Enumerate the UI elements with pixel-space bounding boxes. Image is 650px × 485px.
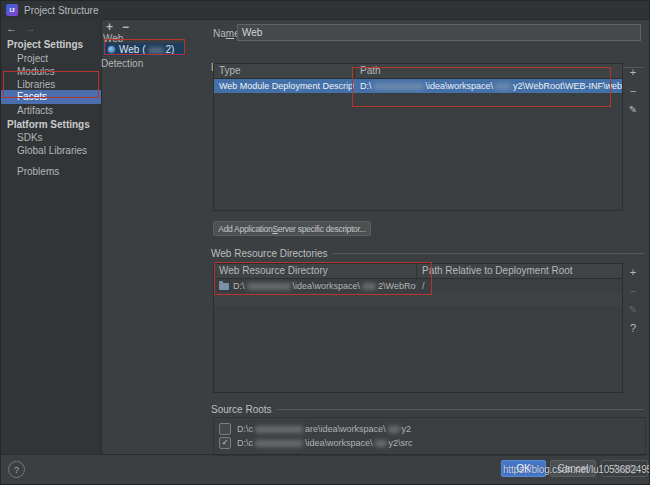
sidebar-item-artifacts[interactable]: Artifacts — [1, 104, 101, 118]
sidebar-item-problems[interactable]: Problems — [1, 165, 101, 179]
web-resource-table: Web Resource Directory Path Relative to … — [213, 263, 623, 393]
title-bar: IJ Project Structure — [1, 1, 649, 20]
path-text: y2\src — [389, 438, 413, 448]
redacted-text — [375, 440, 387, 447]
forward-arrow-icon: → — [25, 22, 36, 34]
facet-editor-panel: Name: Deployment Descriptors Type Path W… — [198, 19, 649, 455]
source-root-row[interactable]: D:\care\idea\workspace\y2 — [219, 423, 411, 435]
redacted-text — [255, 440, 303, 447]
sidebar-item-project[interactable]: Project — [1, 52, 101, 66]
path-text: D:\c — [237, 424, 253, 434]
remove-descriptor-icon[interactable]: − — [630, 85, 636, 97]
redacted-text — [255, 426, 303, 433]
help-web-resource-icon[interactable]: ? — [630, 322, 636, 334]
web-resource-table-header: Web Resource Directory Path Relative to … — [214, 264, 622, 279]
source-root-path: D:\care\idea\workspace\y2 — [237, 424, 411, 434]
path-text: D:\c — [237, 438, 253, 448]
checkbox-unchecked-icon[interactable] — [219, 423, 231, 435]
section-project-settings: Project Settings — [1, 38, 101, 52]
path-text: D:\ — [360, 81, 372, 91]
name-input[interactable] — [237, 24, 641, 41]
history-nav: ← → — [6, 22, 36, 34]
tree-node-web-facet[interactable]: Web (2) — [103, 43, 185, 56]
web-resource-directories-header: Web Resource Directories — [211, 248, 644, 259]
web-resource-row[interactable]: D:\\idea\workspace\2\WebRoot / — [214, 279, 622, 293]
remove-facet-icon[interactable]: − — [122, 20, 129, 34]
tree-node-detection[interactable]: Detection — [101, 58, 143, 69]
web-resource-relative-cell: / — [417, 279, 622, 293]
facet-tree-panel: + − Web Web (2) Detection — [101, 19, 198, 455]
window-title: Project Structure — [24, 5, 98, 16]
descriptor-type-cell: Web Module Deployment Descriptor — [214, 79, 355, 93]
edit-descriptor-icon[interactable]: ✎ — [629, 104, 637, 115]
deployment-descriptors-table: Type Path Web Module Deployment Descript… — [213, 63, 623, 211]
redacted-text — [388, 426, 400, 433]
checkbox-checked-icon[interactable]: ✓ — [219, 437, 231, 449]
path-text: \idea\workspace\ — [426, 81, 494, 91]
web-resource-dir-path: D:\\idea\workspace\2\WebRoot — [233, 279, 417, 293]
sidebar-item-sdks[interactable]: SDKs — [1, 131, 101, 145]
idea-logo-icon: IJ — [6, 4, 18, 16]
column-header-web-resource-directory: Web Resource Directory — [214, 264, 417, 278]
source-roots-title: Source Roots — [211, 404, 272, 415]
descriptor-path-cell: D:\\idea\workspace\y2\WebRoot\WEB-INF\we… — [355, 79, 622, 93]
watermark-text: https://blog.csdn.net/lu1053682495 — [503, 464, 650, 475]
add-app-server-descriptor-button[interactable]: Add Application Server specific descript… — [213, 221, 371, 236]
folder-icon — [219, 283, 229, 290]
deployment-table-toolbar: + − ✎ — [624, 66, 642, 115]
sidebar-item-facets[interactable]: Facets — [1, 90, 101, 104]
path-text: Web ( — [119, 44, 146, 55]
redacted-text — [374, 83, 424, 90]
web-facet-label: Web (2) — [119, 44, 174, 55]
add-facet-icon[interactable]: + — [106, 20, 113, 34]
path-text: D:\ — [233, 281, 245, 291]
redacted-text — [247, 283, 291, 290]
redacted-text — [148, 47, 164, 54]
facet-toolbar: + − — [106, 20, 129, 34]
path-text: \idea\workspace\ — [305, 438, 373, 448]
sidebar-item-global-libraries[interactable]: Global Libraries — [1, 144, 101, 158]
sidebar-item-modules[interactable]: Modules — [1, 65, 101, 79]
web-facet-icon — [107, 45, 116, 54]
web-resource-directories-title: Web Resource Directories — [211, 248, 328, 259]
section-platform-settings: Platform Settings — [1, 118, 101, 132]
source-roots-header: Source Roots — [211, 404, 644, 415]
redacted-text — [362, 283, 376, 290]
redacted-text — [495, 83, 511, 90]
web-resource-dir-cell: D:\\idea\workspace\2\WebRoot — [214, 279, 417, 293]
path-text: y2 — [402, 424, 412, 434]
remove-web-resource-icon: − — [630, 285, 636, 297]
web-resource-table-toolbar: + − ✎ ? — [624, 266, 642, 334]
path-text: 2) — [166, 44, 175, 55]
edit-web-resource-icon: ✎ — [629, 304, 637, 315]
deployment-table-header: Type Path — [214, 64, 622, 79]
settings-sidebar: ← → Project Settings Project Modules Lib… — [1, 19, 102, 455]
source-root-path: D:\c\idea\workspace\y2\src — [237, 438, 413, 448]
deployment-descriptor-row[interactable]: Web Module Deployment Descriptor D:\\ide… — [214, 79, 622, 93]
table-row-stripe — [214, 293, 622, 306]
column-header-type: Type — [214, 64, 355, 78]
column-header-path: Path — [355, 64, 622, 78]
help-button[interactable]: ? — [8, 461, 25, 478]
path-text: y2\WebRoot\WEB-INF\web.xml — [513, 81, 622, 91]
source-root-row[interactable]: ✓ D:\c\idea\workspace\y2\src — [219, 437, 413, 449]
source-roots-panel: D:\care\idea\workspace\y2 ✓ D:\c\idea\wo… — [213, 417, 646, 456]
path-text: are\idea\workspace\ — [305, 424, 386, 434]
path-text: \idea\workspace\ — [293, 281, 361, 291]
back-arrow-icon[interactable]: ← — [6, 22, 17, 34]
project-structure-dialog: IJ Project Structure ← → Project Setting… — [0, 0, 650, 485]
add-web-resource-icon[interactable]: + — [630, 266, 636, 278]
column-header-path-relative: Path Relative to Deployment Root — [417, 264, 622, 278]
path-text: 2\WebRoot — [378, 281, 417, 291]
add-descriptor-icon[interactable]: + — [630, 66, 636, 78]
